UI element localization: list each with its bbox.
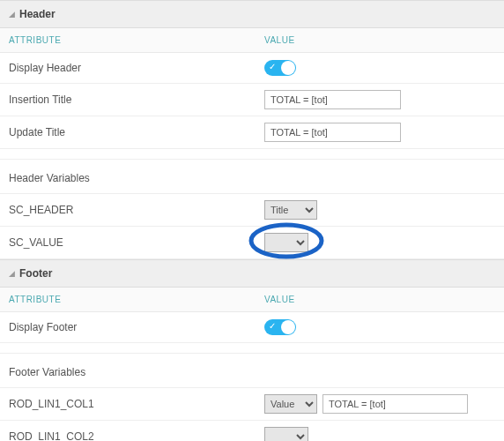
toggle-display-footer[interactable]: ✓ [264,319,296,335]
subhead-header-vars: Header Variables [0,160,504,194]
subhead-footer-vars: Footer Variables [0,354,504,388]
label-display-footer: Display Footer [9,321,264,333]
spacer [0,149,504,160]
toggle-knob [281,320,295,334]
label-rod2: ROD_LIN1_COL2 [9,430,264,441]
col-value: Value [264,35,495,45]
row-display-footer: Display Footer ✓ [0,312,504,343]
label-rod1: ROD_LIN1_COL1 [9,398,264,410]
select-sc-value[interactable] [264,233,308,252]
section-title: Footer [19,267,52,280]
select-sc-header[interactable]: Title [264,200,317,220]
col-attribute: Attribute [9,35,264,45]
row-update-title: Update Title [0,116,504,149]
collapse-icon: ◢ [9,10,15,19]
row-insertion-title: Insertion Title [0,84,504,116]
input-update-title[interactable] [264,123,401,142]
check-icon: ✓ [269,62,276,71]
spacer [0,343,504,354]
label-sc-value: SC_VALUE [9,236,264,249]
row-rod2: ROD_LIN1_COL2 [0,421,504,441]
select-rod1[interactable]: Value [264,394,317,414]
collapse-icon: ◢ [9,269,15,278]
col-value: Value [264,295,495,304]
input-insertion-title[interactable] [264,90,401,109]
label-insertion-title: Insertion Title [9,93,264,106]
select-rod2[interactable] [264,427,308,441]
label-update-title: Update Title [9,126,264,138]
row-rod1: ROD_LIN1_COL1 Value [0,388,504,421]
row-sc-header: SC_HEADER Title [0,194,504,227]
row-sc-value: SC_VALUE [0,227,504,259]
input-rod1-text[interactable] [322,394,468,414]
col-attribute: Attribute [9,295,264,304]
check-icon: ✓ [269,321,276,331]
column-head-footer: Attribute Value [0,288,504,312]
section-header-header[interactable]: ◢ Header [0,0,504,28]
section-header-footer[interactable]: ◢ Footer [0,259,504,288]
toggle-display-header[interactable]: ✓ [264,60,296,76]
row-display-header: Display Header ✓ [0,53,504,84]
label-sc-header: SC_HEADER [9,204,264,216]
toggle-knob [281,61,295,75]
section-title: Header [19,8,56,20]
column-head-header: Attribute Value [0,28,504,53]
label-display-header: Display Header [9,62,264,74]
